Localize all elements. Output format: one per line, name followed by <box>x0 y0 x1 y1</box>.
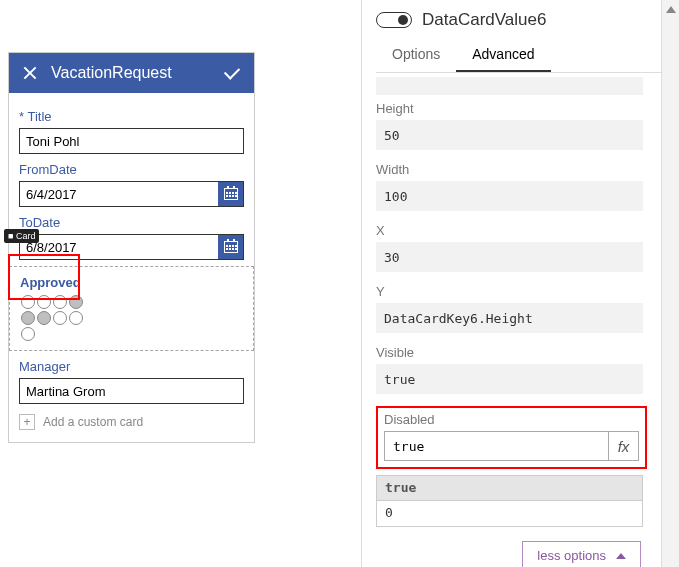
tab-options[interactable]: Options <box>376 38 456 72</box>
plus-icon: + <box>19 414 35 430</box>
title-label: Title <box>19 109 244 124</box>
result-type-row: true <box>376 475 643 501</box>
approved-card[interactable]: Approved <box>9 266 254 351</box>
chevron-up-icon <box>616 553 626 559</box>
approved-label: Approved <box>20 275 243 290</box>
y-label: Y <box>376 284 643 299</box>
add-custom-card[interactable]: + Add a custom card <box>19 414 244 430</box>
x-input[interactable] <box>376 242 643 272</box>
panel-title: DataCardValue6 <box>422 10 546 30</box>
close-icon[interactable] <box>21 64 39 82</box>
disabled-highlight: Disabled fx <box>376 406 647 469</box>
add-card-label: Add a custom card <box>43 415 143 429</box>
form-title: VacationRequest <box>51 64 172 82</box>
calendar-icon <box>224 241 238 253</box>
scrollbar[interactable] <box>661 0 679 567</box>
fx-icon: fx <box>618 438 630 455</box>
width-label: Width <box>376 162 643 177</box>
width-input[interactable] <box>376 181 643 211</box>
todate-label: ToDate <box>19 215 244 230</box>
form-header: VacationRequest <box>9 53 254 93</box>
disabled-input[interactable] <box>384 431 609 461</box>
y-input[interactable] <box>376 303 643 333</box>
less-options-label: less options <box>537 548 606 563</box>
tab-advanced[interactable]: Advanced <box>456 38 550 72</box>
manager-label: Manager <box>19 359 244 374</box>
todate-picker-button[interactable] <box>218 234 244 260</box>
form-card: VacationRequest Title FromDate ToDate Ap… <box>8 52 255 443</box>
visible-input[interactable] <box>376 364 643 394</box>
less-options-button[interactable]: less options <box>522 541 641 567</box>
control-toggle[interactable] <box>376 12 412 28</box>
card-tooltip: ■ Card <box>4 229 39 243</box>
title-input[interactable] <box>19 128 244 154</box>
form-body: Title FromDate ToDate Approved Manager +… <box>9 93 254 442</box>
properties-panel: DataCardValue6 Options Advanced Height W… <box>361 0 661 567</box>
height-input[interactable] <box>376 120 643 150</box>
prop-row-placeholder <box>376 77 643 95</box>
manager-input[interactable] <box>19 378 244 404</box>
approved-toggle-handles[interactable] <box>20 294 84 342</box>
fromdate-picker-button[interactable] <box>218 181 244 207</box>
fromdate-label: FromDate <box>19 162 244 177</box>
visible-label: Visible <box>376 345 643 360</box>
fromdate-input[interactable] <box>19 181 218 207</box>
tabs: Options Advanced <box>376 38 661 73</box>
scroll-up-icon[interactable] <box>666 6 676 13</box>
height-label: Height <box>376 101 643 116</box>
fx-button[interactable]: fx <box>609 431 639 461</box>
todate-input[interactable] <box>19 234 218 260</box>
calendar-icon <box>224 188 238 200</box>
disabled-label: Disabled <box>384 412 639 427</box>
submit-check-icon[interactable] <box>222 64 242 82</box>
x-label: X <box>376 223 643 238</box>
result-value-row: 0 <box>376 501 643 527</box>
